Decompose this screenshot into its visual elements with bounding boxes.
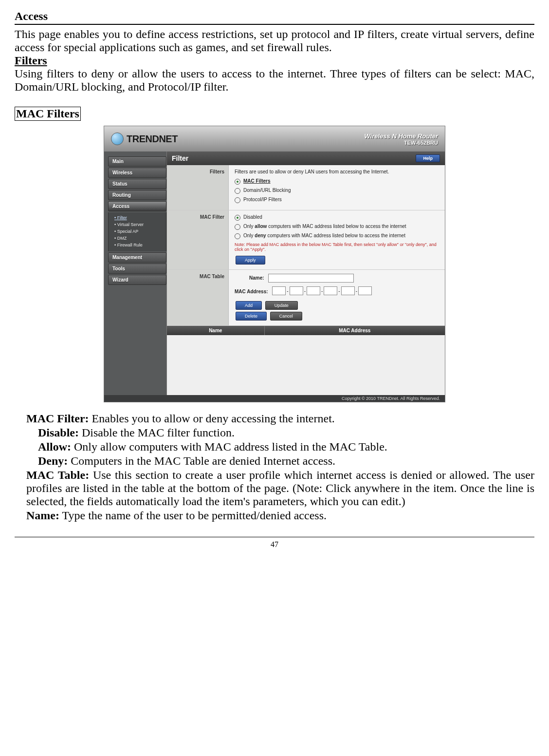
nav-status[interactable]: Status: [108, 179, 166, 189]
update-button[interactable]: Update: [265, 301, 298, 310]
radio-icon: [235, 233, 240, 239]
subnav-fw-label: Firewall Rule: [117, 243, 143, 247]
def-mac-filter-label: MAC Filter:: [26, 412, 89, 425]
def-deny: Deny: Computers in the MAC Table are den…: [38, 454, 534, 468]
access-body: This page enables you to define access r…: [15, 28, 534, 54]
subnav-firewall-rule[interactable]: • Firewall Rule: [114, 242, 164, 248]
mac-octet-6[interactable]: [358, 286, 372, 295]
def-mac-filter-body: Enables you to allow or deny accessing t…: [89, 412, 335, 425]
radio-only-allow[interactable]: Only allow computers with MAC address li…: [235, 224, 439, 230]
panel-title: Filter: [172, 154, 188, 162]
nav-wireless[interactable]: Wireless: [108, 168, 166, 178]
filters-row-label: Filters: [167, 165, 229, 210]
name-label: Name:: [249, 275, 264, 281]
cancel-button[interactable]: Cancel: [270, 312, 302, 321]
radio-icon: [235, 215, 240, 221]
radio-icon: [235, 188, 240, 194]
radio-mac-label: MAC Filters: [243, 178, 271, 184]
mac-octet-3[interactable]: [307, 286, 320, 295]
radio-protocol-label: Protocol/IP Filters: [243, 197, 282, 202]
def-disable-label: Disable:: [38, 426, 79, 439]
th-name: Name: [167, 326, 265, 335]
def-mac-table: MAC Table: Use this section to create a …: [26, 469, 534, 508]
mac-octet-5[interactable]: [341, 286, 355, 295]
sidebar: Main Wireless Status Routing Access • Fi…: [104, 151, 166, 395]
router-screenshot: TRENDNET Wireless N Home Router TEW-652B…: [104, 126, 445, 402]
radio-deny-label: Only deny computers with MAC address lis…: [243, 233, 405, 238]
mac-filter-note: Note: Please add MAC address in the belo…: [235, 242, 439, 252]
filters-body: Using filters to deny or allow the users…: [15, 67, 534, 94]
radio-only-deny[interactable]: Only deny computers with MAC address lis…: [235, 233, 439, 239]
mac-address-label: MAC Address:: [235, 289, 268, 294]
mac-address-fields: - - - - -: [272, 286, 372, 295]
nav-main[interactable]: Main: [108, 156, 166, 167]
product-line: Wireless N Home Router: [364, 132, 438, 140]
table-header: Name MAC Address: [167, 326, 445, 335]
mac-octet-1[interactable]: [272, 286, 286, 295]
name-input[interactable]: [268, 274, 354, 283]
add-button[interactable]: Add: [236, 301, 262, 310]
def-name: Name: Type the name of the user to be pe…: [26, 509, 534, 522]
nav-wizard[interactable]: Wizard: [108, 275, 166, 285]
brand-text: TRENDNET: [127, 133, 178, 145]
def-allow: Allow: Only allow computers with MAC add…: [38, 440, 534, 454]
subnav-special-ap[interactable]: • Special AP: [114, 228, 164, 235]
deny-bold: deny: [255, 233, 266, 238]
nav-routing[interactable]: Routing: [108, 190, 166, 200]
mac-table-row-body: Name: MAC Address: - - - - -: [229, 270, 445, 325]
def-disable: Disable: Disable the MAC filter function…: [38, 426, 534, 439]
mac-octet-4[interactable]: [324, 286, 337, 295]
mac-filter-row-label: MAC Filter: [167, 210, 229, 269]
delete-button[interactable]: Delete: [236, 312, 267, 321]
def-mac-filter: MAC Filter: Enables you to allow or deny…: [26, 412, 534, 425]
product-info: Wireless N Home Router TEW-652BRU: [364, 132, 438, 146]
subnav-virtual-server[interactable]: • Virtual Server: [114, 221, 164, 228]
mac-filters-heading: MAC Filters: [15, 107, 81, 121]
def-name-label: Name:: [26, 509, 59, 522]
brand-icon: [111, 132, 124, 145]
help-button[interactable]: Help: [416, 154, 440, 162]
mac-table-row-label: MAC Table: [167, 270, 229, 325]
radio-disabled-label: Disabled: [243, 214, 262, 220]
allow-prefix: Only: [243, 224, 255, 229]
filters-row: Filters Filters are used to allow or den…: [167, 165, 445, 210]
subnav-dmz[interactable]: • DMZ: [114, 235, 164, 242]
nav-access-sub: • Filter • Virtual Server • Special AP •…: [108, 212, 166, 251]
def-mac-table-body: Use this section to create a user profil…: [26, 469, 534, 508]
mac-filter-row-body: Disabled Only allow computers with MAC a…: [229, 210, 445, 269]
brand: TRENDNET: [111, 132, 178, 145]
filters-row-body: Filters are used to allow or deny LAN us…: [229, 165, 445, 210]
access-heading: Access: [15, 10, 534, 23]
nav-access[interactable]: Access: [108, 201, 166, 211]
deny-prefix: Only: [243, 233, 255, 238]
radio-domain-blocking[interactable]: Domain/URL Blocking: [235, 188, 439, 194]
def-name-body: Type the name of the user to be permitte…: [59, 509, 327, 522]
mac-table-row: MAC Table Name: MAC Address: - - - -: [167, 270, 445, 326]
router-footer: Copyright © 2010 TRENDnet. All Rights Re…: [104, 395, 445, 402]
allow-rest: computers with MAC address listed below …: [268, 224, 406, 229]
subnav-sap-label: Special AP: [117, 229, 139, 234]
radio-icon: [235, 224, 240, 230]
def-allow-body: Only allow computers with MAC address li…: [71, 440, 387, 453]
panel-title-bar: Filter Help: [167, 151, 445, 165]
def-mac-table-label: MAC Table:: [26, 469, 89, 481]
mac-octet-2[interactable]: [290, 286, 303, 295]
def-disable-body: Disable the MAC filter function.: [79, 426, 235, 439]
radio-protocol-ip[interactable]: Protocol/IP Filters: [235, 197, 439, 203]
radio-disabled[interactable]: Disabled: [235, 214, 439, 221]
product-model: TEW-652BRU: [364, 140, 438, 146]
nav-management[interactable]: Management: [108, 252, 166, 263]
apply-button[interactable]: Apply: [236, 256, 265, 265]
subnav-dmz-label: DMZ: [117, 236, 127, 241]
nav-tools[interactable]: Tools: [108, 264, 166, 274]
radio-mac-filters[interactable]: MAC Filters: [235, 178, 439, 185]
radio-icon: [235, 179, 240, 185]
filters-heading: Filters: [15, 54, 534, 67]
mac-filter-row: MAC Filter Disabled Only allow computers…: [167, 210, 445, 270]
def-allow-label: Allow:: [38, 440, 71, 453]
subnav-filter[interactable]: • Filter: [114, 214, 164, 221]
allow-bold: allow: [255, 224, 267, 229]
def-deny-label: Deny:: [38, 454, 68, 467]
page-number: 47: [15, 537, 534, 549]
router-header: TRENDNET Wireless N Home Router TEW-652B…: [104, 126, 445, 151]
